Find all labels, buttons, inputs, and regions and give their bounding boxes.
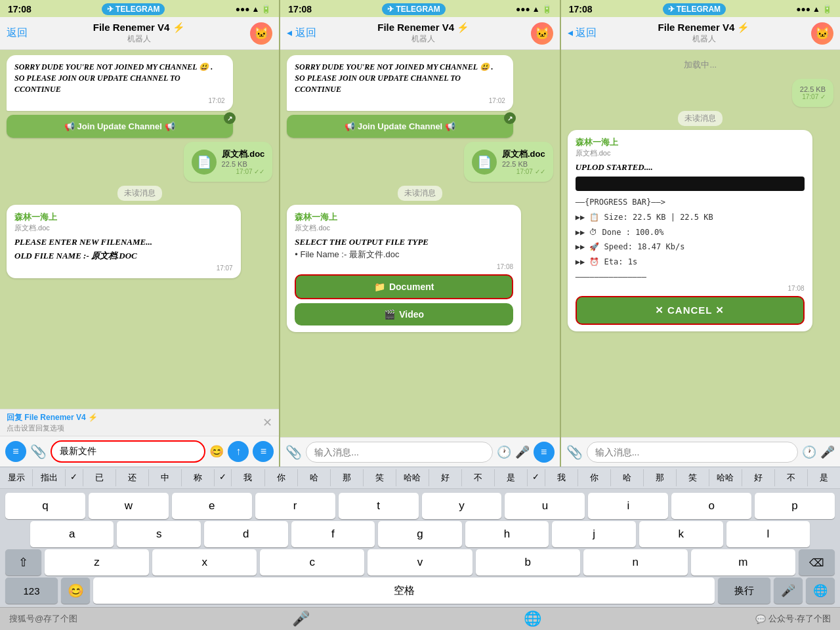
doc-btn-2[interactable]: 📁 Document — [295, 274, 513, 299]
chat-area-2[interactable]: Sorry Dude You'Re Not Joined My Channel … — [280, 50, 559, 437]
msg-bubble-2: Sorry Dude You'Re Not Joined My Channel … — [287, 55, 513, 111]
back-btn-1[interactable]: 返回 — [7, 26, 28, 40]
join-channel-btn-2[interactable]: 📢 Join Update Channel 📢 ↗ — [287, 115, 513, 138]
key-w[interactable]: w — [89, 493, 169, 519]
sug-2[interactable]: 指出 — [33, 469, 66, 486]
sug-4[interactable]: 还 — [116, 469, 149, 486]
sug-3[interactable]: 已 — [83, 469, 116, 486]
sug-10[interactable]: 那 — [331, 469, 364, 486]
sug-7[interactable]: 我 — [232, 469, 264, 486]
back-btn-3[interactable]: ◂ 返回 — [568, 26, 597, 40]
sug-23[interactable]: 不 — [775, 469, 808, 486]
file-icon-2: 📄 — [472, 150, 497, 175]
key-e[interactable]: e — [172, 493, 252, 519]
sug-20[interactable]: 笑 — [677, 469, 709, 486]
key-v[interactable]: v — [368, 549, 472, 576]
message-input-3[interactable] — [587, 442, 798, 463]
key-y[interactable]: y — [422, 493, 502, 519]
key-r[interactable]: r — [255, 493, 335, 519]
reply-bar-1[interactable]: 回复 File Renemer V4 ⚡ 点击设置回复选项 ✕ — [0, 409, 279, 436]
input-bar-2: 📎 🕐 🎤 ≡ — [280, 437, 559, 467]
cancel-btn-3[interactable]: ✕ CANCEL ✕ — [576, 296, 805, 325]
key-b[interactable]: b — [476, 549, 580, 576]
chat-area-3[interactable]: 加载中... 22.5 KB 17:07 ✓ 未读消息 森林一海上 原文档.do… — [561, 50, 840, 437]
sug-check-1[interactable]: ✓ — [66, 469, 83, 486]
mic-icon-3[interactable]: 🎤 — [820, 445, 835, 459]
sug-14[interactable]: 不 — [462, 469, 495, 486]
video-btn-2[interactable]: 🎬 Video — [295, 303, 513, 326]
sug-24[interactable]: 是 — [808, 469, 840, 486]
sug-6[interactable]: 称 — [182, 469, 215, 486]
file-size-1: 22.5 KB — [222, 160, 265, 168]
key-x[interactable]: x — [152, 549, 257, 576]
key-f[interactable]: f — [291, 521, 375, 547]
key-i[interactable]: i — [588, 493, 668, 519]
sug-21[interactable]: 哈哈 — [709, 469, 742, 486]
attach-icon-2[interactable]: 📎 — [285, 444, 302, 460]
clock-icon-2[interactable]: 🕐 — [497, 445, 511, 459]
time-1: 17:08 — [8, 4, 32, 14]
key-m[interactable]: m — [691, 549, 795, 576]
key-o[interactable]: o — [671, 493, 751, 519]
key-p[interactable]: p — [755, 493, 835, 519]
sug-17[interactable]: 你 — [578, 469, 611, 486]
back-btn-2[interactable]: ◂ 返回 — [287, 26, 316, 40]
list-icon-1[interactable]: ≡ — [253, 441, 274, 462]
key-d[interactable]: d — [204, 521, 288, 547]
sug-12[interactable]: 哈哈 — [396, 469, 429, 486]
key-t[interactable]: t — [339, 493, 419, 519]
sug-8[interactable]: 你 — [265, 469, 298, 486]
status-icons-3: ●●● ▲ 🔋 — [796, 5, 832, 14]
key-rows-area: q w e r t y u i o p a s d f g h j k — [0, 489, 840, 604]
key-q[interactable]: q — [5, 493, 85, 519]
globe-bottom[interactable]: 🌐 — [524, 610, 541, 627]
key-g[interactable]: g — [378, 521, 462, 547]
key-123[interactable]: 123 — [5, 578, 58, 604]
chat-area-1[interactable]: Sorry Dude You'Re Not Joined My Channel … — [0, 50, 279, 409]
sug-5[interactable]: 中 — [149, 469, 182, 486]
clock-icon-3[interactable]: 🕐 — [802, 445, 816, 459]
key-delete[interactable]: ⌫ — [799, 549, 835, 576]
sug-9[interactable]: 哈 — [298, 469, 331, 486]
mic-bottom[interactable]: 🎤 — [292, 610, 310, 627]
sug-18[interactable]: 哈 — [611, 469, 644, 486]
message-input-2[interactable] — [306, 442, 492, 463]
attach-icon-3[interactable]: 📎 — [566, 444, 583, 460]
sug-1[interactable]: 显示 — [0, 469, 33, 486]
mic-icon-2[interactable]: 🎤 — [515, 445, 530, 459]
send-btn-1[interactable]: ↑ — [228, 441, 249, 462]
sug-15[interactable]: 是 — [495, 469, 528, 486]
list-icon-2[interactable]: ≡ — [534, 442, 555, 463]
attach-icon-1[interactable]: 📎 — [30, 444, 47, 459]
sug-22[interactable]: 好 — [742, 469, 775, 486]
key-mic[interactable]: 🎤 — [774, 578, 803, 604]
key-l[interactable]: l — [726, 521, 810, 547]
sug-13[interactable]: 好 — [429, 469, 462, 486]
emoji-icon-1[interactable]: 😊 — [209, 444, 224, 459]
key-j[interactable]: j — [552, 521, 636, 547]
key-a[interactable]: a — [30, 521, 114, 547]
key-globe[interactable]: 🌐 — [806, 578, 835, 604]
key-u[interactable]: u — [505, 493, 585, 519]
sug-check-3[interactable]: ✓ — [528, 469, 545, 486]
key-c[interactable]: c — [260, 549, 364, 576]
key-k[interactable]: k — [639, 521, 723, 547]
key-shift[interactable]: ⇧ — [5, 549, 41, 576]
sug-check-2[interactable]: ✓ — [215, 469, 232, 486]
key-s[interactable]: s — [117, 521, 201, 547]
sug-16[interactable]: 我 — [545, 469, 578, 486]
key-space[interactable]: 空格 — [93, 578, 715, 604]
join-channel-btn-1[interactable]: 📢 Join Update Channel 📢 ↗ — [7, 115, 233, 138]
reply-close-icon-1[interactable]: ✕ — [262, 415, 272, 430]
key-h[interactable]: h — [465, 521, 549, 547]
key-enter[interactable]: 换行 — [718, 578, 770, 604]
menu-icon-1[interactable]: ≡ — [5, 441, 26, 462]
sug-19[interactable]: 那 — [644, 469, 677, 486]
key-z[interactable]: z — [45, 549, 149, 576]
avatar-1: 🐱 — [250, 22, 272, 45]
unread-divider-2: 未读消息 — [398, 186, 442, 201]
key-n[interactable]: n — [583, 549, 688, 576]
sug-11[interactable]: 笑 — [364, 469, 396, 486]
message-input-1[interactable] — [51, 440, 205, 463]
key-emoji[interactable]: 😊 — [61, 578, 90, 604]
